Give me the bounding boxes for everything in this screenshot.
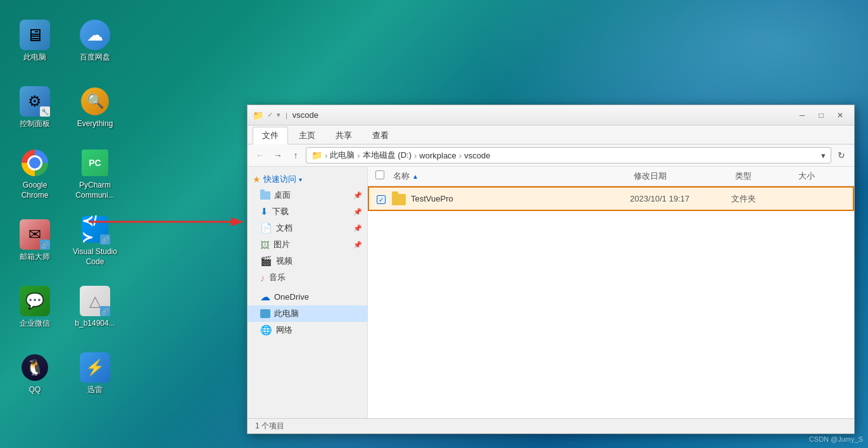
sidebar-item-network[interactable]: 🌐 网络	[248, 322, 367, 338]
minimize-button[interactable]: ─	[793, 108, 811, 122]
pycharm-icon: PC	[80, 148, 110, 178]
quick-access-label: 快速访问	[263, 174, 296, 185]
header-checkbox	[375, 170, 391, 182]
main-content: ★ 快速访问 ▾ 桌面 📌 ⬇ 下载 📌 📄	[248, 167, 854, 418]
sidebar-item-desktop[interactable]: 桌面 📌	[248, 187, 367, 203]
tab-share[interactable]: 共享	[326, 127, 362, 144]
address-bar: ← → ↑ 📁 › 此电脑 › 本地磁盘 (D:) › workplace › …	[248, 144, 854, 167]
breadcrumb-sep-1: ›	[357, 151, 360, 160]
back-button[interactable]: ←	[253, 148, 268, 163]
col-sort-arrow: ▲	[412, 173, 418, 180]
tab-home[interactable]: 主页	[289, 127, 325, 144]
file-date: 2023/10/1 19:17	[630, 194, 731, 203]
sidebar-item-pictures[interactable]: 🖼 图片 📌	[248, 236, 367, 253]
weixin-icon-desktop[interactable]: 💬 企业微信	[6, 276, 63, 339]
breadcrumb-local-disk[interactable]: 本地磁盘 (D:)	[363, 150, 412, 161]
file-list: 名称 ▲ 修改日期 类型 大小	[368, 167, 854, 418]
music-icon: ♪	[260, 272, 265, 283]
row-checkbox[interactable]	[377, 193, 392, 205]
file-type: 文件夹	[731, 193, 795, 205]
email-icon-desktop[interactable]: ✉ 🔗 邮箱大师	[6, 209, 63, 272]
vscode-overlay: 🔗	[100, 234, 110, 245]
table-row[interactable]: TestVuePro 2023/10/1 19:17 文件夹	[368, 186, 854, 211]
breadcrumb-sep-2: ›	[414, 151, 417, 160]
quick-access-chevron: ▾	[299, 176, 302, 183]
network-icon: 🌐	[260, 324, 272, 336]
documents-pin-icon: 📌	[353, 224, 362, 233]
breadcrumb-workplace[interactable]: workplace	[419, 151, 456, 160]
pycharm-label: PyCharm Communi...	[70, 181, 120, 200]
sidebar-item-music[interactable]: ♪ 音乐	[248, 269, 367, 286]
control-panel-icon-desktop[interactable]: ⚙ 🔧 控制面板	[6, 76, 63, 139]
breadcrumb-sep-0: ›	[325, 151, 327, 160]
desktop-folder-icon	[260, 191, 270, 200]
window-title: vscode	[292, 110, 789, 120]
xunlei-icon: ⚡	[80, 352, 110, 383]
this-pc-sidebar-label: 此电脑	[274, 308, 299, 319]
quick-access-header[interactable]: ★ 快速访问 ▾	[248, 172, 367, 187]
header-check-box[interactable]	[375, 170, 384, 179]
sidebar-item-this-pc[interactable]: 此电脑	[248, 305, 367, 322]
downloads-icon: ⬇	[260, 206, 268, 217]
ribbon: 文件 主页 共享 查看	[248, 125, 854, 144]
up-button[interactable]: ↑	[288, 148, 303, 163]
xunlei-label: 迅雷	[87, 385, 103, 395]
pycharm-icon-desktop[interactable]: PC PyCharm Communi...	[66, 143, 123, 206]
this-pc-icon: 🖥	[20, 20, 50, 50]
sidebar-item-this-pc-desktop[interactable]: 🖥 此电脑	[6, 10, 63, 73]
title-bar: 📁 ✓ ▾ | vscode ─ □ ✕	[248, 105, 854, 125]
csdn-watermark: CSDN @Jumy_S	[809, 435, 863, 443]
sidebar-item-videos[interactable]: 🎬 视频	[248, 253, 367, 269]
maximize-button[interactable]: □	[812, 108, 830, 122]
email-label: 邮箱大师	[20, 252, 50, 262]
col-header-name[interactable]: 名称 ▲	[391, 169, 631, 183]
documents-icon: 📄	[260, 222, 272, 234]
downloads-pin-icon: 📌	[353, 208, 362, 216]
everything-icon-desktop[interactable]: 🔍 Everything	[66, 76, 123, 139]
sidebar-item-onedrive[interactable]: ☁ OneDrive	[248, 288, 367, 305]
control-panel-overlay: 🔧	[40, 106, 50, 117]
desktop-icons-area: 🖥 此电脑 ☁ 百度网盘 ⚙ 🔧 控制面板 🔍 Everything	[0, 0, 234, 448]
vscode-label: Visual Studio Code	[70, 247, 120, 267]
breadcrumb[interactable]: 📁 › 此电脑 › 本地磁盘 (D:) › workplace › vscode…	[306, 147, 831, 163]
breadcrumb-vscode[interactable]: vscode	[464, 151, 490, 160]
sidebar-item-documents[interactable]: 📄 文档 📌	[248, 220, 367, 236]
close-button[interactable]: ✕	[831, 108, 849, 122]
chrome-icon	[20, 148, 50, 178]
pictures-pin-icon: 📌	[353, 241, 362, 249]
pictures-icon: 🖼	[260, 240, 270, 250]
vscode-icon-desktop[interactable]: ≺/≻ 🔗 Visual Studio Code	[66, 209, 123, 272]
network-label: 网络	[276, 324, 292, 336]
baidu-netdisk-icon-desktop[interactable]: ☁ 百度网盘	[66, 10, 123, 73]
sidebar-item-downloads[interactable]: ⬇ 下载 📌	[248, 203, 367, 220]
forward-button[interactable]: →	[270, 148, 286, 163]
quick-access-star: ★	[253, 174, 261, 184]
downloads-label: 下载	[272, 206, 289, 217]
desktop-label: 桌面	[274, 189, 291, 201]
chrome-icon-desktop[interactable]: Google Chrome	[6, 143, 63, 206]
breadcrumb-this-pc[interactable]: 此电脑	[330, 150, 355, 161]
file-explorer-window: 📁 ✓ ▾ | vscode ─ □ ✕ 文件 主页 共享 查看 ← → ↑	[247, 105, 855, 434]
qq-icon-desktop[interactable]: 🐧 QQ	[6, 342, 63, 406]
weixin-icon: 💬	[20, 286, 50, 316]
b14904-overlay: 🔗	[100, 306, 110, 316]
row-check-box[interactable]	[377, 195, 386, 204]
tab-file[interactable]: 文件	[253, 127, 288, 144]
xunlei-icon-desktop[interactable]: ⚡ 迅雷	[66, 342, 123, 406]
videos-label: 视频	[276, 255, 292, 267]
col-header-type[interactable]: 类型	[733, 169, 796, 183]
refresh-button[interactable]: ↻	[834, 148, 849, 163]
col-name-label: 名称	[393, 170, 410, 182]
b14904-icon-desktop[interactable]: △ 🔗 b_b14904...	[66, 276, 123, 339]
baidu-netdisk-label: 百度网盘	[80, 53, 110, 63]
b14904-label: b_b14904...	[75, 319, 115, 329]
control-panel-label: 控制面板	[20, 119, 50, 129]
onedrive-icon: ☁	[260, 291, 270, 303]
breadcrumb-dropdown[interactable]: ▾	[821, 151, 826, 160]
tab-view[interactable]: 查看	[363, 127, 398, 144]
pictures-label: 图片	[274, 239, 290, 250]
this-pc-label: 此电脑	[23, 53, 46, 63]
videos-icon: 🎬	[260, 255, 272, 267]
col-header-size[interactable]: 大小	[796, 169, 846, 183]
col-header-modified[interactable]: 修改日期	[631, 169, 733, 183]
